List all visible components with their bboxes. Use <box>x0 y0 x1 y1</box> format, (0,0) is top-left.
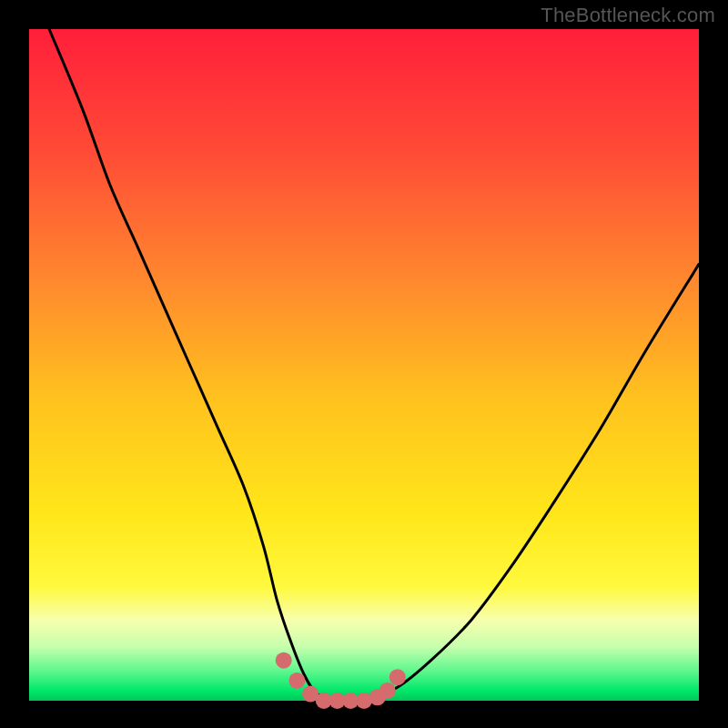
watermark-label: TheBottleneck.com <box>541 4 715 27</box>
bottleneck-chart <box>0 0 728 728</box>
marker-dot <box>288 672 305 689</box>
plot-background <box>29 29 699 701</box>
marker-dot <box>389 669 406 685</box>
chart-frame: TheBottleneck.com <box>0 0 728 728</box>
marker-dot <box>379 682 396 699</box>
marker-dot <box>276 652 292 669</box>
